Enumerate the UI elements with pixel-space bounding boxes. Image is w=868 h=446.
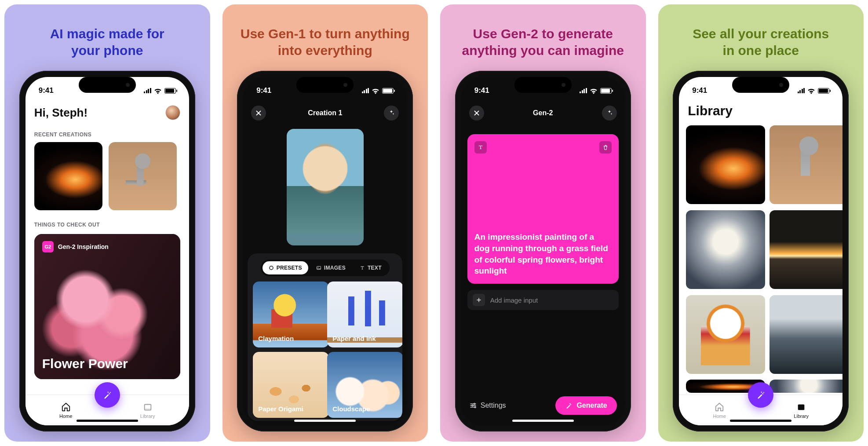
library-item[interactable]	[686, 210, 765, 289]
panel-4-headline: See all your creationsin one place	[679, 26, 842, 71]
dynamic-island	[296, 77, 354, 93]
tab-home[interactable]: Home	[59, 402, 72, 419]
prompt-text[interactable]: An impressionist painting of a dog runni…	[474, 231, 612, 277]
battery-icon	[818, 88, 829, 94]
battery-icon	[382, 88, 394, 94]
create-fab[interactable]	[95, 382, 120, 408]
svg-rect-8	[798, 404, 805, 410]
recent-thumb[interactable]	[109, 142, 177, 210]
preset-paper-ink[interactable]: Paper and Ink	[327, 281, 402, 347]
prompt-card[interactable]: An impressionist painting of a dog runni…	[467, 134, 619, 284]
close-icon	[473, 109, 481, 117]
dynamic-island	[514, 77, 572, 93]
recent-creations-row[interactable]	[34, 142, 180, 210]
tab-library[interactable]: Library	[794, 402, 809, 419]
status-time: 9:41	[39, 86, 54, 95]
home-icon	[61, 402, 71, 412]
store-panel-3: Use Gen-2 to generateanything you can im…	[440, 4, 646, 442]
creation-preview[interactable]	[287, 129, 364, 245]
store-panel-4: See all your creationsin one place 9:41 …	[658, 4, 864, 442]
screen-title: Gen-2	[533, 109, 553, 117]
sparkle-button[interactable]	[384, 106, 399, 121]
phone-mock-3: 9:41 Gen-2	[455, 71, 631, 431]
panel-2-headline: Use Gen-1 to turn anythinginto everythin…	[227, 26, 423, 71]
preset-cloudscape[interactable]: Cloudscape	[327, 352, 402, 418]
settings-button[interactable]: Settings	[469, 402, 506, 409]
segment-presets[interactable]: PRESETS	[263, 261, 308, 274]
phone-mock-2: 9:41 Creation 1	[237, 71, 413, 431]
close-icon	[255, 109, 263, 117]
sparkle-button[interactable]	[602, 106, 617, 121]
add-image-label: Add image input	[490, 296, 538, 304]
sparkle-icon	[605, 109, 613, 117]
inspiration-card[interactable]: G2 Gen-2 Inspiration Flower Power	[34, 234, 180, 379]
add-image-input[interactable]: Add image input	[467, 290, 619, 310]
home-indicator	[730, 420, 791, 422]
battery-icon	[164, 88, 176, 94]
library-item[interactable]	[770, 210, 843, 289]
library-icon	[143, 402, 153, 412]
close-button[interactable]	[251, 106, 266, 121]
recent-thumb[interactable]	[34, 142, 102, 210]
cellular-icon	[144, 88, 151, 93]
library-item[interactable]	[770, 125, 843, 204]
segment-label: PRESETS	[277, 265, 302, 271]
cellular-icon	[580, 88, 587, 93]
tab-home[interactable]: Home	[713, 402, 726, 419]
text-icon	[360, 265, 365, 271]
wand-icon	[756, 390, 766, 400]
tab-label: Home	[713, 413, 726, 419]
preset-origami[interactable]: Paper Origami	[253, 352, 329, 418]
create-fab[interactable]	[748, 382, 773, 408]
avatar[interactable]	[165, 105, 180, 120]
top-bar: Creation 1	[243, 102, 407, 124]
store-panel-1: AI magic made foryour phone 9:41 Hi, Ste…	[4, 4, 210, 442]
section-checkout-label: THINGS TO CHECK OUT	[34, 222, 180, 228]
svg-rect-1	[144, 408, 151, 410]
preset-label: Claymation	[258, 335, 294, 342]
library-item[interactable]	[770, 295, 843, 374]
library-grid[interactable]	[679, 119, 842, 395]
wifi-icon	[590, 88, 598, 94]
svg-point-7	[474, 406, 476, 408]
phone-mock-4: 9:41 Library	[673, 71, 849, 431]
wifi-icon	[372, 88, 379, 94]
library-item[interactable]	[770, 380, 843, 393]
sparkle-icon	[387, 109, 395, 117]
trash-icon	[602, 144, 609, 150]
segment-label: IMAGES	[324, 265, 346, 271]
cellular-icon	[362, 88, 369, 93]
segment-control: PRESETS IMAGES TEXT	[261, 260, 390, 276]
store-panel-2: Use Gen-1 to turn anythinginto everythin…	[222, 4, 428, 442]
wand-icon	[565, 402, 573, 409]
sliders-icon	[469, 402, 477, 409]
phone-mock-1: 9:41 Hi, Steph! RECENT CREATIONS	[19, 71, 195, 431]
tab-library[interactable]: Library	[140, 402, 155, 419]
preset-label: Paper and Ink	[332, 335, 376, 342]
wand-icon	[102, 390, 112, 400]
segment-label: TEXT	[368, 265, 382, 271]
segment-images[interactable]: IMAGES	[310, 261, 352, 274]
status-time: 9:41	[692, 86, 707, 95]
delete-prompt-button[interactable]	[599, 141, 612, 154]
library-item[interactable]	[686, 125, 765, 204]
battery-icon	[600, 88, 612, 94]
svg-point-2	[270, 266, 273, 270]
svg-point-5	[474, 403, 475, 405]
library-item[interactable]	[686, 295, 765, 374]
generate-button[interactable]: Generate	[555, 396, 616, 415]
greeting: Hi, Steph!	[34, 106, 88, 120]
home-indicator	[77, 420, 138, 422]
section-recent-label: RECENT CREATIONS	[34, 132, 180, 138]
preset-label: Cloudscape	[332, 405, 370, 413]
svg-point-4	[317, 267, 318, 268]
wifi-icon	[807, 88, 815, 94]
segment-text[interactable]: TEXT	[354, 261, 388, 274]
settings-label: Settings	[481, 402, 506, 409]
status-time: 9:41	[256, 86, 271, 95]
screen-title: Creation 1	[308, 109, 342, 117]
close-button[interactable]	[469, 106, 484, 121]
inspiration-card-title: Flower Power	[42, 356, 128, 371]
status-time: 9:41	[474, 86, 489, 95]
preset-claymation[interactable]: Claymation	[253, 281, 329, 347]
